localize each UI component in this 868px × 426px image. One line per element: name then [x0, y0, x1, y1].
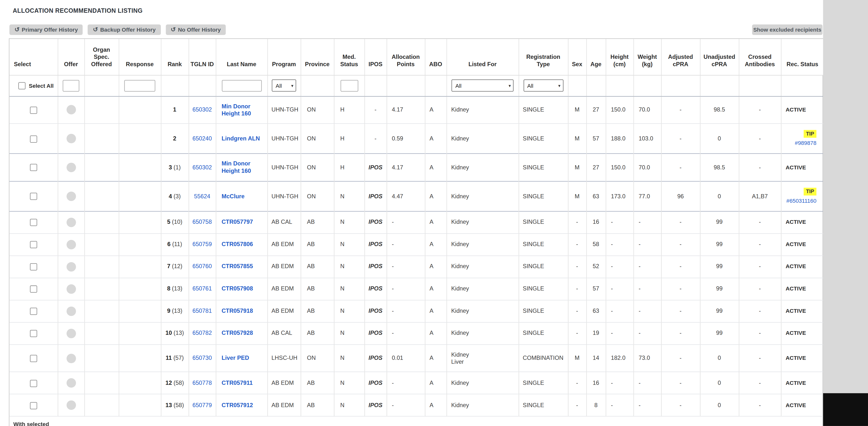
filter-select-registration_type[interactable]: All▾ [523, 79, 563, 92]
cell-weight: - [633, 211, 661, 233]
filter-input-med_status[interactable] [340, 80, 358, 91]
last-name-link[interactable]: CTR057855 [221, 263, 253, 269]
tgln-id-link[interactable]: 650759 [192, 241, 212, 247]
offer-radio[interactable] [66, 262, 76, 272]
cell-listed_for: Kidney [446, 233, 519, 256]
cell-weight: 70.0 [633, 154, 661, 181]
filter-input-last_name[interactable] [221, 80, 261, 91]
tgln-id-link[interactable]: 55624 [194, 192, 210, 199]
tgln-id-link[interactable]: 650779 [192, 402, 212, 408]
cell-registration_type: SINGLE [519, 300, 568, 322]
last-name-link[interactable]: CTR057806 [221, 241, 253, 247]
row-checkbox[interactable] [30, 402, 37, 409]
ipos-flag: IPOS [369, 218, 382, 225]
backup-offer-history-button[interactable]: ↺ Backup Offer History [88, 25, 161, 35]
cell-registration_type: SINGLE [519, 124, 568, 154]
row-checkbox[interactable] [30, 193, 37, 200]
cell-program: UHN-TGH [267, 181, 301, 211]
table-row: 5 (10)650758CTR057797AB CALABNIPOS-AKidn… [9, 211, 824, 233]
row-checkbox[interactable] [30, 355, 37, 362]
last-name-link[interactable]: CTR057912 [221, 402, 253, 408]
cell-unadjusted_cpra: 0 [700, 344, 739, 372]
cell-adjusted_cpra: - [661, 255, 700, 278]
cell-age: 58 [586, 233, 606, 256]
tgln-id-link[interactable]: 650761 [192, 285, 212, 292]
offer-radio[interactable] [66, 105, 76, 115]
row-checkbox[interactable] [30, 308, 37, 315]
ipos-flag: IPOS [369, 285, 382, 292]
last-name-link[interactable]: Liver PED [221, 354, 249, 361]
row-checkbox[interactable] [30, 135, 37, 142]
cell-allocation_points: 4.17 [386, 96, 425, 124]
offer-radio[interactable] [66, 378, 76, 388]
tgln-id-link[interactable]: 650760 [192, 263, 212, 269]
cell-med_status: N [334, 181, 365, 211]
offer-radio[interactable] [66, 401, 76, 410]
cell-organ_spec [84, 124, 119, 154]
cell-registration_type: SINGLE [519, 96, 568, 124]
tgln-id-link[interactable]: 650302 [192, 106, 212, 113]
last-name-link[interactable]: CTR057918 [221, 307, 253, 314]
cell-organ_spec [84, 394, 119, 417]
tgln-id-link[interactable]: 650781 [192, 307, 212, 314]
row-checkbox[interactable] [30, 263, 37, 271]
row-checkbox[interactable] [30, 219, 37, 226]
filter-input-response[interactable] [124, 80, 155, 91]
filter-cell-age [586, 75, 606, 96]
select-all-checkbox[interactable] [18, 82, 26, 89]
table-row: 8 (13)650761CTR057908AB EDMABNIPOS-AKidn… [9, 278, 824, 300]
cell-rec_status: ACTIVE [781, 233, 824, 256]
cell-tgln_id: 650759 [188, 233, 216, 256]
tgln-id-link[interactable]: 650782 [192, 330, 212, 336]
last-name-link[interactable]: CTR057797 [221, 218, 253, 225]
offer-radio[interactable] [66, 306, 76, 316]
cell-select [9, 255, 58, 278]
last-name-link[interactable]: CTR057908 [221, 285, 253, 292]
last-name-link[interactable]: CTR057928 [221, 330, 253, 336]
offer-radio[interactable] [66, 329, 76, 338]
cell-response [119, 96, 161, 124]
with-selected-label: With selected [9, 421, 823, 426]
row-checkbox[interactable] [30, 164, 37, 171]
no-offer-history-button[interactable]: ↺ No Offer History [166, 25, 226, 35]
table-row: 4 (3)55624McClureUHN-TGHONNIPOS4.47AKidn… [9, 181, 824, 211]
offer-radio[interactable] [66, 284, 76, 294]
offer-radio[interactable] [66, 134, 76, 144]
column-header-tgln_id: TGLN ID [188, 39, 216, 75]
show-excluded-recipients-button[interactable]: Show excluded recipients [752, 25, 823, 35]
offer-radio[interactable] [66, 192, 76, 201]
offer-radio[interactable] [66, 240, 76, 249]
filter-select-listed_for[interactable]: All▾ [452, 79, 514, 92]
row-checkbox[interactable] [30, 241, 37, 248]
cell-province: AB [301, 394, 334, 417]
tgln-id-link[interactable]: 650240 [192, 135, 212, 142]
offer-radio[interactable] [66, 218, 76, 227]
cell-organ_spec [84, 96, 119, 124]
filter-select-program[interactable]: All▾ [272, 79, 296, 92]
tgln-id-link[interactable]: 650778 [192, 379, 212, 386]
last-name-link[interactable]: Lindgren ALN [221, 135, 260, 142]
tip-number-link[interactable]: #989878 [795, 140, 816, 147]
filter-cell-program: All▾ [267, 75, 301, 96]
tgln-id-link[interactable]: 650730 [192, 354, 212, 361]
row-checkbox[interactable] [30, 286, 37, 293]
cell-height: 150.0 [606, 96, 633, 124]
tgln-id-link[interactable]: 650758 [192, 218, 212, 225]
row-checkbox[interactable] [30, 380, 37, 387]
last-name-link[interactable]: Min Donor Height 160 [221, 160, 251, 174]
cell-province: AB [301, 255, 334, 278]
cell-unadjusted_cpra: 99 [700, 211, 739, 233]
cell-sex: M [568, 124, 586, 154]
row-checkbox[interactable] [30, 107, 37, 114]
tip-number-link[interactable]: #650311160 [786, 198, 816, 205]
row-checkbox[interactable] [30, 330, 37, 337]
offer-radio[interactable] [66, 163, 76, 172]
cell-allocation_points: - [386, 394, 425, 417]
offer-radio[interactable] [66, 353, 76, 363]
primary-offer-history-button[interactable]: ↺ Primary Offer History [9, 25, 83, 35]
tgln-id-link[interactable]: 650302 [192, 164, 212, 170]
last-name-link[interactable]: Min Donor Height 160 [221, 103, 251, 117]
last-name-link[interactable]: CTR057911 [221, 379, 253, 386]
last-name-link[interactable]: McClure [221, 192, 245, 199]
filter-input-offer[interactable] [63, 80, 79, 91]
